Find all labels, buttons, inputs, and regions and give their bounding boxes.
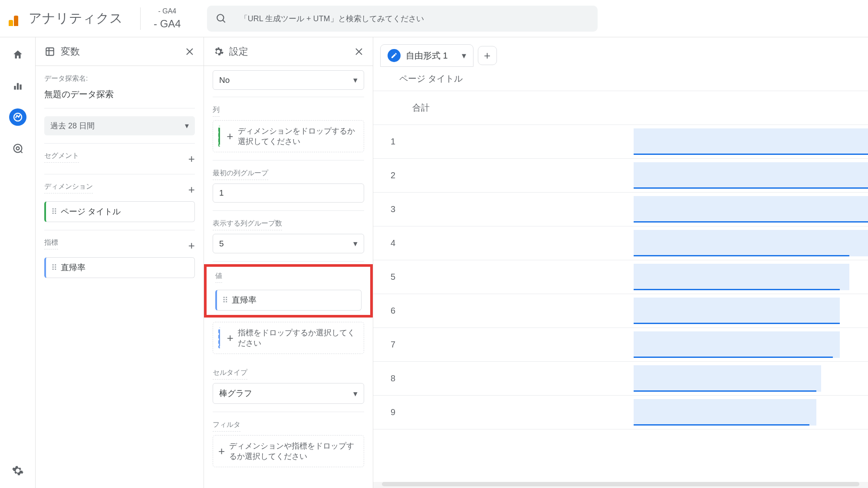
property-selector[interactable]: - GA4 - GA4 [140,7,194,30]
product-name: アナリティクス [29,10,123,27]
analytics-icon [9,11,23,26]
svg-rect-8 [46,48,53,55]
variables-icon [44,46,56,57]
table-row[interactable]: 3 [373,193,868,226]
cell-type-select[interactable]: 棒グラフ ▾ [213,383,364,404]
table-row[interactable]: 2 [373,159,868,193]
add-tab-button[interactable]: + [478,46,497,65]
metrics-section: 指標 + ⠿ 直帰率 [44,230,195,286]
search-placeholder: 「URL 生成ツール + UTM」と検索してみてください [240,13,424,24]
columns-dropzone[interactable]: + ディメンションをドロップするか選択してください [213,120,364,152]
close-icon[interactable] [184,46,195,57]
chevron-down-icon: ▾ [353,389,358,399]
product-logo[interactable]: アナリティクス [9,10,123,27]
table-row[interactable]: 4 [373,226,868,260]
table-row[interactable]: 1 [373,125,868,159]
table-row[interactable]: 7 [373,328,868,362]
nav-explore[interactable] [9,108,26,126]
settings-title: 設定 [229,45,248,58]
drag-handle-icon: ⠿ [222,295,227,305]
search-input[interactable]: 「URL 生成ツール + UTM」と検索してみてください [207,6,598,32]
cell-type-section: セルタイプ 棒グラフ ▾ [213,360,364,412]
svg-point-5 [14,113,22,121]
svg-rect-3 [16,83,18,90]
report-table: ページ タイトル 合計 123456789 [373,67,868,482]
values-dropzone[interactable]: + 指標をドロップするか選択してください [213,322,364,354]
value-metric-chip[interactable]: ⠿ 直帰率 [215,290,362,311]
filter-dropzone[interactable]: + ディメンションや指標をドロップするか選択してください [213,435,364,467]
values-highlight: 値 ⠿ 直帰率 [204,264,373,318]
drag-handle-icon: ⠿ [51,263,56,273]
drag-handle-icon: ⠿ [51,207,56,217]
close-icon[interactable] [354,46,364,57]
svg-point-6 [13,144,22,153]
first-col-group-section: 最初の列グループ 1 [213,160,364,211]
tab-freeform-1[interactable]: 自由形式 1 ▾ [380,44,473,67]
exploration-name-section: データ探索名: 無題のデータ探索 [44,66,195,108]
tab-bar: 自由形式 1 ▾ + [373,37,868,67]
app-header: アナリティクス - GA4 - GA4 「URL 生成ツール + UTM」と検索… [0,0,868,37]
chevron-down-icon: ▾ [353,75,358,85]
first-col-input[interactable]: 1 [213,183,364,203]
rows-select[interactable]: No ▾ [213,70,364,90]
date-range-selector[interactable]: 過去 28 日間 ▾ [44,116,195,135]
svg-rect-2 [14,86,16,90]
table-row[interactable]: 8 [373,362,868,396]
nav-advertising[interactable] [9,140,26,157]
table-header: ページ タイトル [373,67,868,91]
table-total-row: 合計 [373,91,868,125]
chevron-down-icon: ▾ [353,239,358,249]
report-canvas: 自由形式 1 ▾ + ページ タイトル 合計 123456789 [373,37,868,488]
horizontal-scrollbar[interactable] [382,482,859,486]
chevron-down-icon: ▾ [185,121,189,131]
exploration-name-input[interactable]: 無題のデータ探索 [44,88,195,100]
chevron-down-icon: ▾ [462,50,466,61]
col-groups-section: 表示する列グループ数 5 ▾ [213,211,364,262]
svg-line-1 [223,20,225,22]
add-segment-button[interactable]: + [188,152,195,166]
dimensions-section: ディメンション + ⠿ ページ タイトル [44,174,195,230]
segments-section: セグメント + [44,144,195,174]
filter-section: フィルタ + ディメンションや指標をドロップするか選択してください [213,412,364,475]
nav-reports[interactable] [9,77,26,95]
svg-point-7 [16,147,19,150]
svg-rect-4 [20,85,21,90]
left-nav [0,37,36,488]
edit-icon [388,49,401,62]
nav-admin[interactable] [9,462,26,479]
gear-icon [213,46,224,57]
add-metric-button[interactable]: + [188,239,195,252]
search-icon [216,13,227,24]
col-groups-select[interactable]: 5 ▾ [213,234,364,253]
dimension-chip[interactable]: ⠿ ページ タイトル [44,201,195,222]
table-row[interactable]: 6 [373,294,868,328]
nav-home[interactable] [9,46,26,63]
columns-section: 列 + ディメンションをドロップするか選択してください [213,97,364,160]
variables-title: 変数 [61,45,80,58]
date-range-section: 過去 28 日間 ▾ [44,108,195,144]
variables-panel: 変数 データ探索名: 無題のデータ探索 過去 28 日間 ▾ セグメント + [36,37,204,488]
table-row[interactable]: 9 [373,396,868,429]
metric-chip[interactable]: ⠿ 直帰率 [44,257,195,278]
table-row[interactable]: 5 [373,260,868,294]
settings-panel: 設定 No ▾ 列 + ディメンションをドロップするか選択してください 最初の列… [204,37,373,488]
svg-point-0 [217,14,224,21]
add-dimension-button[interactable]: + [188,183,195,197]
